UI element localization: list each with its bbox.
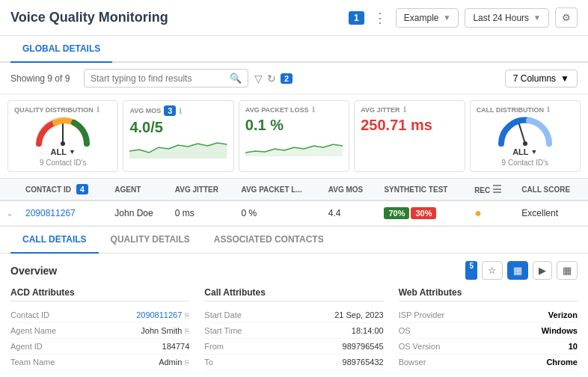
metric-avg-packet-loss: AVG PACKET LOSS ℹ 0.1 %: [239, 100, 349, 172]
tab-global-details[interactable]: GLOBAL DETAILS: [10, 36, 112, 63]
filter-icon[interactable]: ▽: [254, 73, 263, 85]
call-score-cell: Excellent: [515, 200, 588, 226]
recording-icon[interactable]: ●: [474, 206, 482, 219]
example-dropdown[interactable]: Example ▼: [396, 8, 459, 28]
chevron-down-icon: ▼: [560, 73, 569, 84]
attr-row-browser: Bowser Chrome: [399, 355, 578, 370]
detail-section: CALL DETAILS QUALITY DETAILS ASSOCIATED …: [0, 226, 588, 377]
svg-marker-3: [245, 144, 343, 156]
expand-icon[interactable]: ⌄: [6, 208, 13, 218]
tab-associated-contacts[interactable]: ASSOCIATED CONTACTS: [202, 227, 336, 254]
col-agent: AGENT: [108, 179, 169, 200]
bookmark-icon-button[interactable]: ☆: [482, 261, 503, 280]
attr-row-from: From 989796545: [204, 339, 383, 355]
copy-icon[interactable]: ⎘: [185, 327, 189, 335]
svg-point-5: [523, 141, 527, 146]
badge-3: 3: [164, 105, 176, 116]
attr-row-agent-name: Agent Name John Smith ⎘: [10, 323, 189, 339]
attr-row-agent-id: Agent ID 184774: [10, 339, 189, 355]
avg-mos-cell: 4.4: [322, 200, 379, 226]
info-icon[interactable]: ℹ: [312, 105, 315, 114]
table-view-button[interactable]: ▦: [507, 261, 528, 280]
attr-row-start-time: Start Time 18:14:00: [204, 323, 383, 339]
refresh-icon[interactable]: ↻: [267, 73, 276, 85]
info-icon[interactable]: ℹ: [179, 107, 182, 115]
col-avg-packet-loss: AVG PACKET L...: [235, 179, 322, 200]
attr-row-isp: ISP Provider Verizon: [399, 307, 578, 323]
call-attributes: Call Attributes Start Date 21 Sep, 2023 …: [204, 287, 383, 370]
agent-cell: John Doe: [108, 200, 169, 226]
main-tabs: GLOBAL DETAILS: [0, 36, 588, 63]
badge-1: 1: [349, 11, 364, 25]
synthetic-test-cell: 70% 30%: [378, 200, 468, 226]
search-input[interactable]: [91, 73, 230, 84]
chart-button[interactable]: ▦: [557, 261, 578, 280]
metric-quality-distribution: QUALITY DISTRIBUTION ℹ ALL ▼ 9 Contact I…: [7, 100, 118, 172]
table-row: ⌄ 2090811267 John Doe 0 ms 0 % 4.4 70% 3…: [0, 200, 588, 226]
time-range-dropdown[interactable]: Last 24 Hours ▼: [465, 8, 549, 28]
attr-row-start-date: Start Date 21 Sep, 2023: [204, 307, 383, 323]
synthetic-green-bar: 70%: [384, 207, 409, 219]
synthetic-red-bar: 30%: [411, 207, 436, 219]
quality-dist-tag[interactable]: ALL ▼: [51, 147, 76, 156]
attr-row-os-version: OS Version 10: [399, 339, 578, 355]
col-avg-mos: AVG MOS: [322, 179, 379, 200]
info-icon[interactable]: ℹ: [547, 105, 550, 114]
attr-row-os: OS Windows: [399, 323, 578, 339]
audio-button[interactable]: ▶: [533, 261, 552, 280]
overview-title: Overview: [10, 265, 57, 277]
column-menu-icon[interactable]: ☰: [492, 183, 502, 195]
badge-5: 5: [465, 261, 477, 280]
acd-attributes: ACD Attributes Contact ID 2090811267 ⎘ A…: [10, 287, 189, 370]
contact-id-link[interactable]: 2090811267: [25, 208, 76, 218]
overview-icons: 5 ☆ ▦ ▶ ▦: [465, 261, 578, 280]
chevron-down-icon: ▼: [443, 13, 450, 22]
metric-call-distribution: CALL DISTRIBUTION ℹ ALL ▼ 9 Contact ID's: [470, 100, 581, 172]
badge-2: 2: [281, 73, 293, 84]
filter-settings-button[interactable]: ⚙: [555, 7, 578, 28]
copy-icon[interactable]: ⎘: [185, 358, 189, 367]
col-call-score: CALL SCORE: [515, 179, 588, 200]
attributes-grid: ACD Attributes Contact ID 2090811267 ⎘ A…: [10, 287, 578, 370]
info-icon[interactable]: ℹ: [403, 105, 406, 114]
badge-4: 4: [76, 184, 88, 194]
info-icon[interactable]: ℹ: [97, 105, 99, 114]
page-title: Voice Quality Monitoring: [10, 10, 343, 25]
chevron-down-icon: ▼: [533, 13, 541, 22]
attr-row-contact-id: Contact ID 2090811267 ⎘: [10, 307, 189, 323]
chevron-down-icon: ▼: [531, 148, 538, 156]
copy-icon[interactable]: ⎘: [185, 311, 189, 319]
metric-avg-jitter: AVG JITTER ℹ 250.71 ms: [354, 100, 465, 172]
contacts-table: CONTACT ID 4 AGENT AVG JITTER AVG PACKET…: [0, 179, 588, 226]
web-attributes: Web Attributes ISP Provider Verizon OS W…: [399, 287, 578, 370]
columns-dropdown[interactable]: 7 Columns ▼: [505, 70, 578, 88]
contact-id-value[interactable]: 2090811267 ⎘: [136, 310, 189, 319]
col-rec: REC ☰: [468, 179, 515, 200]
avg-packet-loss-cell: 0 %: [235, 200, 322, 226]
avg-jitter-cell: 0 ms: [169, 200, 236, 226]
col-avg-jitter: AVG JITTER: [169, 179, 236, 200]
showing-count: Showing 9 of 9: [10, 73, 78, 84]
svg-line-4: [519, 124, 525, 144]
metric-avg-mos: AVG MOS 3 ℹ 4.0/5: [123, 100, 233, 172]
rec-cell: ●: [468, 200, 515, 226]
more-options-icon[interactable]: ⋮: [370, 10, 390, 26]
col-contact-id: CONTACT ID 4: [19, 179, 108, 200]
tab-quality-details[interactable]: QUALITY DETAILS: [99, 227, 202, 254]
attr-row-to: To 989765432: [204, 355, 383, 370]
chevron-down-icon: ▼: [69, 148, 76, 156]
search-icon: 🔍: [230, 73, 242, 84]
metrics-row: QUALITY DISTRIBUTION ℹ ALL ▼ 9 Contact I…: [0, 94, 588, 179]
search-box: 🔍: [84, 69, 248, 88]
tab-call-details[interactable]: CALL DETAILS: [10, 227, 99, 254]
attr-row-team-name: Team Name Admin ⎘: [10, 355, 189, 370]
col-synthetic-test: SYNTHETIC TEST: [378, 179, 468, 200]
detail-tabs: CALL DETAILS QUALITY DETAILS ASSOCIATED …: [0, 227, 588, 254]
call-dist-tag[interactable]: ALL ▼: [512, 147, 537, 156]
svg-point-1: [61, 141, 65, 146]
